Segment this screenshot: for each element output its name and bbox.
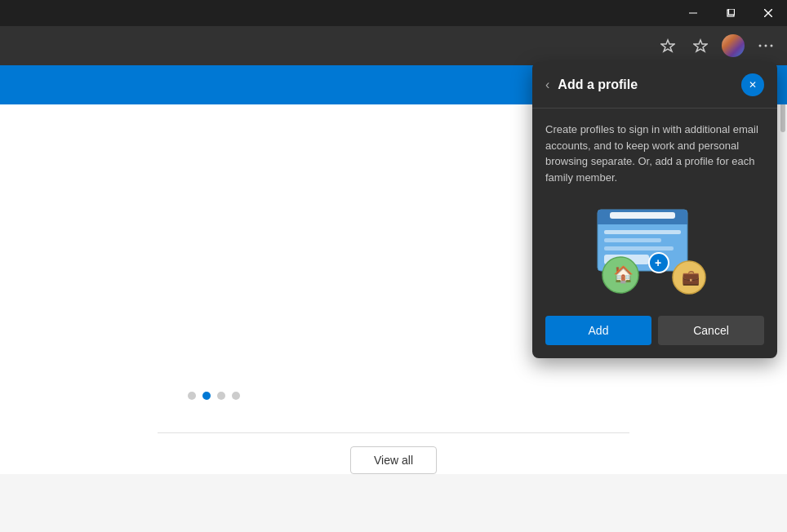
svg-point-7: [759, 45, 762, 47]
restore-button[interactable]: [712, 0, 749, 26]
profile-popup-header: ‹ Add a profile ✕: [532, 62, 777, 109]
profile-popup-body: Create profiles to sign in with addition…: [532, 109, 777, 358]
popup-close-button[interactable]: ✕: [741, 73, 764, 96]
popup-description: Create profiles to sign in with addition…: [545, 122, 764, 185]
svg-rect-34: [604, 246, 674, 250]
profile-popup: ‹ Add a profile ✕ Create profiles to sig…: [532, 62, 777, 358]
svg-point-8: [765, 45, 767, 47]
popup-actions: Add Cancel: [545, 316, 764, 345]
carousel-dot-3[interactable]: [217, 392, 225, 400]
carousel-dots: [188, 392, 240, 400]
popup-illustration: 🏠 💼 +: [545, 202, 764, 299]
svg-rect-2: [729, 9, 735, 15]
close-button[interactable]: [749, 0, 787, 26]
svg-text:+: +: [655, 256, 661, 269]
carousel-dot-2[interactable]: [202, 392, 211, 400]
carousel-dot-4[interactable]: [232, 392, 240, 400]
svg-point-9: [771, 45, 773, 47]
title-bar: [0, 0, 787, 26]
scrollbar[interactable]: [780, 65, 787, 532]
separator: [158, 432, 629, 433]
svg-text:💼: 💼: [682, 268, 700, 286]
svg-rect-30: [598, 219, 687, 224]
svg-rect-31: [610, 212, 675, 219]
svg-rect-33: [604, 238, 661, 242]
menu-button[interactable]: [751, 31, 780, 60]
popup-cancel-button[interactable]: Cancel: [658, 316, 764, 345]
svg-marker-6: [694, 40, 707, 51]
collections-button[interactable]: [686, 31, 715, 60]
svg-rect-0: [689, 13, 697, 14]
browser-toolbar: [0, 26, 787, 65]
popup-title: Add a profile: [558, 78, 638, 92]
svg-rect-32: [604, 230, 681, 234]
popup-back-button[interactable]: ‹: [545, 78, 549, 92]
svg-marker-5: [661, 40, 674, 51]
popup-illustration-svg: 🏠 💼 +: [589, 206, 720, 295]
profile-button[interactable]: [718, 31, 748, 60]
svg-text:🏠: 🏠: [613, 264, 634, 284]
favorites-button[interactable]: [653, 31, 683, 60]
carousel-dot-1[interactable]: [188, 392, 196, 400]
minimize-button[interactable]: [674, 0, 712, 26]
title-bar-controls: [674, 0, 787, 26]
view-all-button[interactable]: View all: [350, 446, 437, 474]
popup-add-button[interactable]: Add: [545, 316, 651, 345]
